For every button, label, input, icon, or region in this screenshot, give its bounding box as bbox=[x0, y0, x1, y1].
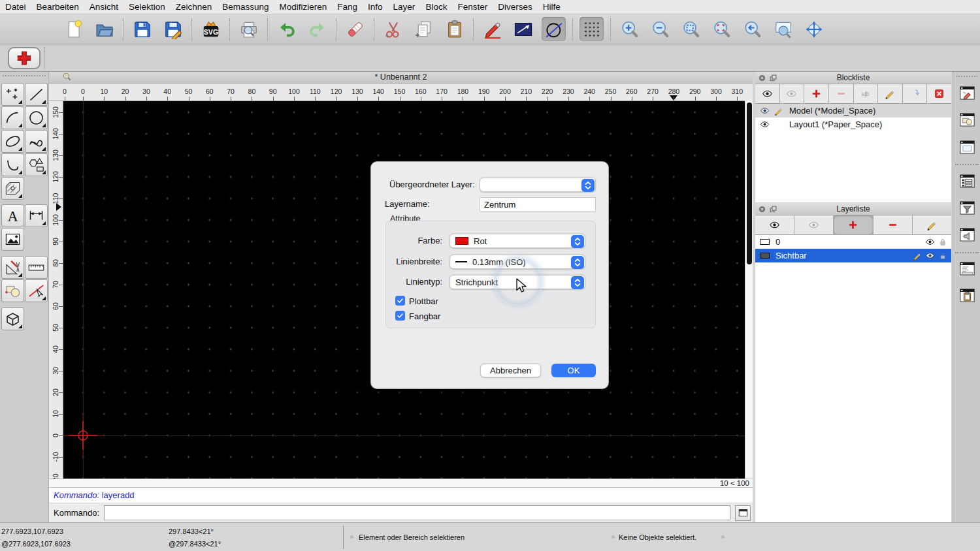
menu-item-bemassung[interactable]: Bemassung bbox=[217, 0, 274, 14]
vertical-scrollbar[interactable] bbox=[745, 101, 753, 479]
block-tool-button[interactable] bbox=[1, 279, 24, 302]
menu-item-hilfe[interactable]: Hilfe bbox=[538, 0, 566, 14]
rename-block-button[interactable]: a|b bbox=[854, 84, 878, 103]
float-panel-icon[interactable] bbox=[769, 205, 777, 213]
pen-window-button[interactable] bbox=[957, 83, 977, 102]
defreeze-all-button[interactable] bbox=[755, 84, 779, 103]
modify-tool-button[interactable] bbox=[1, 256, 24, 279]
print-preview-button[interactable] bbox=[237, 17, 261, 41]
block-row[interactable]: Model (*Model_Space) bbox=[755, 104, 951, 118]
delete-entities-button[interactable] bbox=[343, 17, 367, 41]
text-tool-button[interactable]: A bbox=[1, 204, 24, 227]
measure-tool-button[interactable] bbox=[25, 256, 48, 279]
layer-row[interactable]: Sichtbar bbox=[755, 249, 951, 262]
dock-handle[interactable] bbox=[956, 76, 977, 77]
ok-button[interactable]: OK bbox=[551, 364, 596, 377]
paste-button[interactable] bbox=[442, 17, 466, 41]
redo-button[interactable] bbox=[305, 17, 329, 41]
line-attributes-button[interactable] bbox=[511, 17, 535, 41]
edit-attributes-button[interactable] bbox=[480, 17, 504, 41]
close-panel-icon[interactable] bbox=[758, 74, 766, 82]
menu-item-datei[interactable]: Datei bbox=[0, 0, 31, 14]
polyline-tool-button[interactable] bbox=[1, 153, 24, 176]
console-detach-button[interactable] bbox=[735, 505, 751, 521]
zoom-pan-button[interactable] bbox=[802, 17, 826, 41]
filter-window-button[interactable] bbox=[957, 198, 977, 217]
remove-block-button[interactable] bbox=[829, 84, 853, 103]
menu-item-zeichnen[interactable]: Zeichnen bbox=[171, 0, 218, 14]
layer-name-input[interactable] bbox=[480, 197, 596, 212]
zoom-window-button[interactable] bbox=[771, 17, 795, 41]
arc-tool-button[interactable] bbox=[1, 106, 24, 129]
edit-block-button[interactable] bbox=[878, 84, 902, 103]
add-point-button[interactable] bbox=[8, 47, 41, 69]
layer-visibility-icon[interactable] bbox=[925, 237, 935, 247]
points-tool-button[interactable] bbox=[1, 83, 24, 106]
parent-layer-select[interactable] bbox=[480, 178, 596, 192]
float-panel-icon[interactable] bbox=[769, 74, 777, 82]
solid-tool-button[interactable] bbox=[1, 307, 24, 330]
menu-item-layer[interactable]: Layer bbox=[388, 0, 421, 14]
copy-button[interactable] bbox=[412, 17, 436, 41]
image-tool-button[interactable] bbox=[1, 228, 24, 251]
menu-item-fenster[interactable]: Fenster bbox=[452, 0, 493, 14]
svg-export-button[interactable]: SVG bbox=[199, 17, 223, 41]
cut-button[interactable] bbox=[381, 17, 405, 41]
circle-tool-button[interactable] bbox=[25, 106, 48, 129]
menu-item-info[interactable]: Info bbox=[363, 0, 388, 14]
menu-item-bearbeiten[interactable]: Bearbeiten bbox=[31, 0, 84, 14]
cancel-button[interactable]: Abbrechen bbox=[480, 364, 541, 377]
freeze-all-button[interactable] bbox=[780, 84, 804, 103]
close-panel-icon[interactable] bbox=[758, 205, 766, 213]
clipboard-window-button[interactable] bbox=[957, 285, 977, 305]
open-file-button[interactable] bbox=[92, 17, 116, 41]
dimension-tool-button[interactable] bbox=[25, 204, 48, 227]
block-visibility-icon[interactable] bbox=[760, 119, 770, 129]
menu-item-fang[interactable]: Fang bbox=[332, 0, 363, 14]
audio-window-button[interactable] bbox=[957, 225, 977, 244]
new-file-button[interactable] bbox=[61, 17, 86, 41]
insert-block-button[interactable] bbox=[903, 84, 927, 103]
line-tool-button[interactable] bbox=[25, 83, 48, 106]
add-layer-button[interactable] bbox=[834, 215, 872, 234]
layer-visibility-icon[interactable] bbox=[925, 251, 935, 260]
menu-item-diverses[interactable]: Diverses bbox=[493, 0, 538, 14]
layer-lock-icon[interactable] bbox=[938, 251, 947, 260]
remove-layer-button[interactable] bbox=[874, 215, 912, 234]
menu-item-modifizieren[interactable]: Modifizieren bbox=[274, 0, 333, 14]
zoom-selection-button[interactable] bbox=[710, 17, 734, 41]
snappable-checkbox[interactable] bbox=[395, 311, 405, 321]
defreeze-all-button[interactable] bbox=[755, 215, 794, 234]
block-visibility-icon[interactable] bbox=[760, 106, 770, 116]
palette-handle[interactable] bbox=[3, 75, 46, 76]
hatch-tool-button[interactable] bbox=[1, 177, 24, 200]
library-window-button[interactable] bbox=[957, 137, 977, 157]
ortho-toggle-button[interactable] bbox=[542, 17, 566, 41]
menu-item-selektion[interactable]: Selektion bbox=[123, 0, 171, 14]
undo-button[interactable] bbox=[274, 17, 299, 41]
plottable-checkbox[interactable] bbox=[395, 296, 405, 306]
document-titlebar[interactable]: * Unbenannt 2 bbox=[49, 72, 753, 84]
add-block-button[interactable] bbox=[804, 84, 828, 103]
command-window-button[interactable] bbox=[957, 259, 977, 278]
block-row[interactable]: Layout1 (*Paper_Space) bbox=[755, 118, 951, 131]
menu-item-block[interactable]: Block bbox=[420, 0, 452, 14]
edit-layer-button[interactable] bbox=[913, 215, 951, 234]
command-input[interactable] bbox=[104, 505, 730, 520]
zoom-previous-button[interactable] bbox=[740, 17, 764, 41]
menu-item-ansicht[interactable]: Ansicht bbox=[84, 0, 123, 14]
trim-tool-button[interactable] bbox=[25, 279, 48, 302]
spline-tool-button[interactable] bbox=[25, 130, 48, 153]
list-window-button[interactable] bbox=[957, 171, 977, 191]
polygon-tool-button[interactable] bbox=[25, 153, 48, 176]
zoom-out-button[interactable] bbox=[648, 17, 672, 41]
shapes-window-button[interactable] bbox=[957, 110, 977, 129]
grid-toggle-button[interactable] bbox=[580, 17, 604, 41]
layer-lock-icon[interactable] bbox=[938, 238, 947, 247]
zoom-auto-button[interactable] bbox=[679, 17, 703, 41]
color-select[interactable]: Rot bbox=[449, 234, 585, 248]
save-as-button[interactable] bbox=[161, 17, 185, 41]
layer-row[interactable]: 0 bbox=[755, 235, 951, 249]
freeze-all-button[interactable] bbox=[794, 215, 833, 234]
scrollbar-thumb[interactable] bbox=[747, 102, 752, 264]
